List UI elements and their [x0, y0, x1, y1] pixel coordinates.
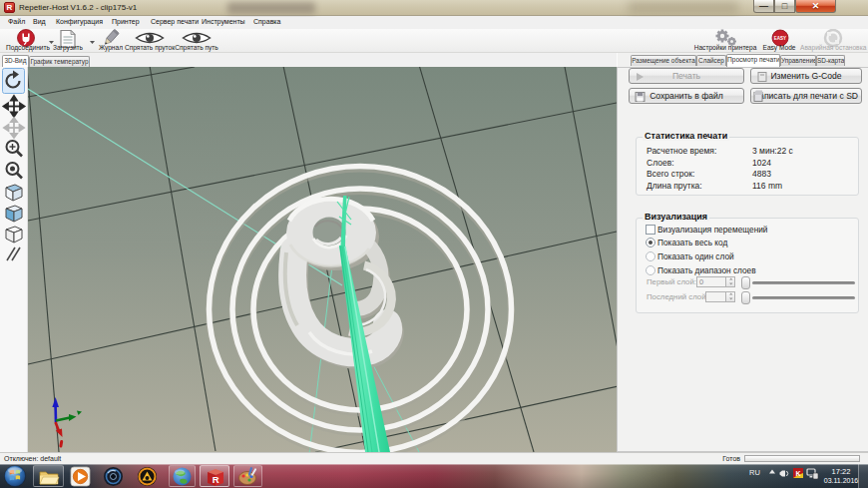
- svg-text:17:22: 17:22: [832, 467, 851, 476]
- svg-text:EASY: EASY: [774, 36, 786, 41]
- svg-text:R: R: [213, 474, 219, 485]
- svg-text:RU: RU: [749, 468, 760, 477]
- svg-text:K: K: [795, 470, 800, 477]
- svg-text:03.11.2016: 03.11.2016: [824, 477, 859, 484]
